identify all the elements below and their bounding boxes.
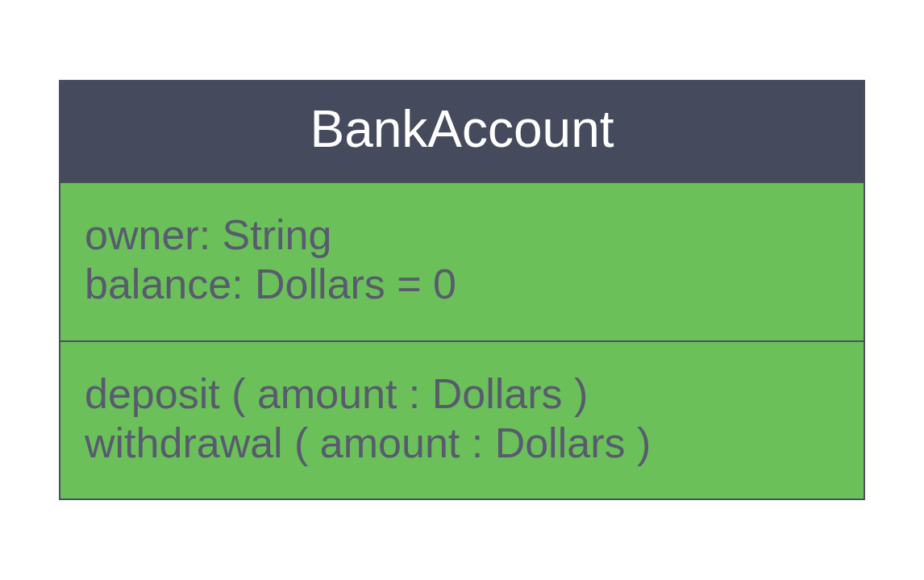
method-line: withdrawal ( amount : Dollars )	[85, 419, 839, 468]
attribute-line: owner: String	[85, 211, 839, 260]
uml-class-box: BankAccount owner: String balance: Dolla…	[59, 80, 865, 500]
method-line: deposit ( amount : Dollars )	[85, 369, 839, 419]
attribute-line: balance: Dollars = 0	[85, 260, 839, 309]
methods-section: deposit ( amount : Dollars ) withdrawal …	[60, 342, 864, 499]
attributes-section: owner: String balance: Dollars = 0	[60, 183, 864, 342]
class-name-header: BankAccount	[60, 81, 864, 183]
class-name: BankAccount	[310, 100, 614, 158]
